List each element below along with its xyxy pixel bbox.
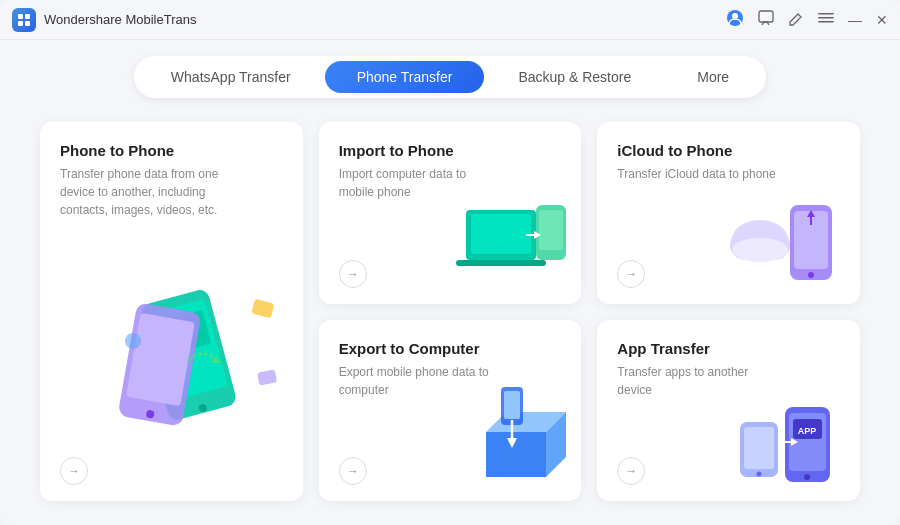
card-icloud-to-phone[interactable]: iCloud to Phone Transfer iCloud data to … (597, 122, 860, 304)
svg-rect-0 (18, 14, 23, 19)
user-icon[interactable] (726, 9, 744, 30)
svg-point-20 (125, 333, 141, 349)
icloud-illustration (725, 195, 855, 299)
tab-container: WhatsApp Transfer Phone Transfer Backup … (134, 56, 766, 98)
svg-rect-7 (818, 13, 834, 15)
svg-point-44 (804, 474, 810, 480)
app-window: Wondershare MobileTrans (0, 0, 900, 525)
minimize-icon[interactable]: — (848, 12, 862, 28)
card-arrow[interactable]: → (60, 457, 88, 485)
card-desc: Transfer iCloud data to phone (617, 165, 777, 183)
svg-point-5 (732, 13, 738, 19)
svg-rect-19 (251, 299, 274, 319)
nav-tabs-area: WhatsApp Transfer Phone Transfer Backup … (0, 40, 900, 98)
window-controls: — ✕ (726, 9, 888, 30)
svg-point-34 (732, 238, 788, 262)
card-import-to-phone[interactable]: Import to Phone Import computer data to … (319, 122, 582, 304)
menu-icon[interactable] (818, 10, 834, 29)
svg-point-30 (808, 272, 814, 278)
tab-whatsapp[interactable]: WhatsApp Transfer (139, 61, 323, 93)
svg-rect-24 (456, 260, 546, 266)
card-title: Export to Computer (339, 340, 562, 357)
card-arrow[interactable]: → (339, 457, 367, 485)
app-title: Wondershare MobileTrans (44, 12, 726, 27)
svg-rect-3 (25, 21, 30, 26)
card-app-transfer[interactable]: App Transfer Transfer apps to another de… (597, 320, 860, 502)
card-desc: Transfer phone data from one device to a… (60, 165, 220, 219)
svg-rect-8 (818, 17, 834, 19)
svg-rect-49 (744, 427, 774, 469)
svg-rect-2 (18, 21, 23, 26)
card-arrow[interactable]: → (339, 260, 367, 288)
svg-rect-26 (539, 210, 563, 250)
card-title: Phone to Phone (60, 142, 283, 159)
svg-rect-1 (25, 14, 30, 19)
card-title: App Transfer (617, 340, 840, 357)
card-phone-to-phone[interactable]: Phone to Phone Transfer phone data from … (40, 122, 303, 501)
phone-to-phone-illustration (103, 241, 303, 461)
export-illustration (436, 387, 576, 496)
card-arrow[interactable]: → (617, 457, 645, 485)
title-bar: Wondershare MobileTrans (0, 0, 900, 40)
close-icon[interactable]: ✕ (876, 12, 888, 28)
tab-more[interactable]: More (665, 61, 761, 93)
svg-text:APP: APP (798, 426, 817, 436)
svg-rect-23 (471, 214, 531, 254)
chat-icon[interactable] (758, 10, 774, 29)
import-illustration (446, 190, 576, 299)
card-title: iCloud to Phone (617, 142, 840, 159)
app-logo (12, 8, 36, 32)
edit-icon[interactable] (788, 10, 804, 29)
svg-point-50 (756, 472, 761, 477)
svg-rect-21 (257, 370, 277, 386)
svg-rect-40 (504, 391, 520, 419)
card-arrow[interactable]: → (617, 260, 645, 288)
svg-rect-9 (818, 21, 834, 23)
main-content: Phone to Phone Transfer phone data from … (0, 98, 900, 525)
tab-phone[interactable]: Phone Transfer (325, 61, 485, 93)
svg-rect-6 (759, 11, 773, 22)
card-export-to-computer[interactable]: Export to Computer Export mobile phone d… (319, 320, 582, 502)
card-title: Import to Phone (339, 142, 562, 159)
app-transfer-illustration: APP (715, 387, 855, 496)
tab-backup[interactable]: Backup & Restore (486, 61, 663, 93)
